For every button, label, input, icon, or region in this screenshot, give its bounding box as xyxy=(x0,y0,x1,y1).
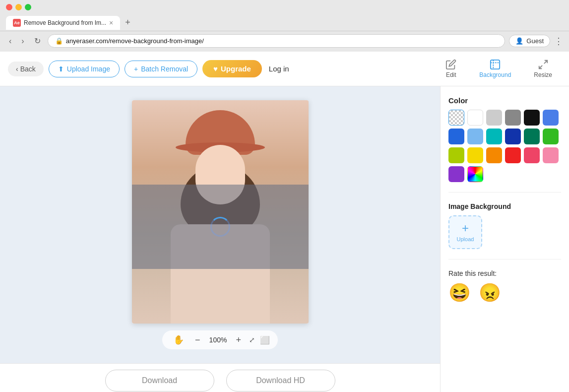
tab-close-icon[interactable]: × xyxy=(109,19,113,27)
upload-icon: ⬆ xyxy=(58,65,64,73)
download-hd-button[interactable]: Download HD xyxy=(226,370,335,392)
back-label: Back xyxy=(20,65,36,73)
download-bar: Download Preview image: 290 x 362 px ⓘ D… xyxy=(0,363,440,392)
divider-2 xyxy=(448,259,561,260)
rate-happy-button[interactable]: 😆 xyxy=(448,282,471,303)
color-swatch-teal[interactable] xyxy=(486,129,502,144)
address-bar[interactable]: 🔒 anyeraser.com/remove-background-from-i… xyxy=(48,34,506,48)
guest-button[interactable]: 👤 Guest xyxy=(509,35,550,47)
color-swatch-hotpink[interactable] xyxy=(543,147,559,163)
loading-spinner xyxy=(210,217,230,237)
login-button[interactable]: Log in xyxy=(269,65,289,73)
download-button[interactable]: Download xyxy=(105,370,214,392)
zoom-controls: ✋ − 100% + ⤢ ⬜ xyxy=(162,330,278,349)
color-swatch-pink[interactable] xyxy=(524,147,540,163)
image-container xyxy=(132,100,309,324)
edit-icon xyxy=(445,59,456,70)
upload-bg-label: Upload xyxy=(457,236,474,242)
rate-emojis: 😆 😠 xyxy=(448,282,561,303)
close-button[interactable] xyxy=(6,4,12,10)
edit-tool[interactable]: Edit xyxy=(437,55,465,82)
color-swatch-gradient[interactable] xyxy=(467,166,483,182)
svg-rect-0 xyxy=(491,60,500,69)
upgrade-label: Upgrade xyxy=(221,65,251,73)
browser-chrome: Ae Remove Background from Im... × + ‹ › … xyxy=(0,0,569,52)
color-swatch-darkblue[interactable] xyxy=(505,129,521,144)
upload-label: Upload Image xyxy=(67,65,110,73)
background-tool[interactable]: Background xyxy=(470,55,520,82)
edit-label: Edit xyxy=(446,71,456,78)
back-nav-button[interactable]: ‹ xyxy=(6,36,14,47)
new-tab-button[interactable]: + xyxy=(120,14,135,31)
forward-nav-button[interactable]: › xyxy=(18,36,27,47)
upload-image-button[interactable]: ⬆ Upload Image xyxy=(49,61,120,77)
canvas-column: ✋ − 100% + ⤢ ⬜ Download Preview image: 2… xyxy=(0,86,440,392)
color-swatch-red[interactable] xyxy=(505,147,521,163)
color-swatch-royalblue[interactable] xyxy=(543,110,559,126)
color-swatch-purple[interactable] xyxy=(448,166,464,182)
batch-plus-icon: + xyxy=(134,65,138,73)
zoom-hand-button[interactable]: ✋ xyxy=(170,333,187,346)
right-panel: Color xyxy=(440,86,569,392)
more-options-button[interactable]: ⋮ xyxy=(554,36,563,47)
color-swatch-lightblue[interactable] xyxy=(467,129,483,144)
traffic-buttons xyxy=(6,4,563,10)
toolbar: ‹ Back ⬆ Upload Image + Batch Removal ♥ … xyxy=(0,52,569,86)
zoom-in-button[interactable]: + xyxy=(233,334,245,346)
guest-label: Guest xyxy=(526,37,544,45)
color-swatch-lime[interactable] xyxy=(448,147,464,163)
resize-icon xyxy=(538,59,549,70)
zoom-out-button[interactable]: − xyxy=(192,334,203,346)
color-grid xyxy=(448,110,561,182)
back-arrow-icon: ‹ xyxy=(16,65,18,73)
divider-1 xyxy=(448,192,561,193)
app-container: ‹ Back ⬆ Upload Image + Batch Removal ♥ … xyxy=(0,52,569,392)
color-section: Color xyxy=(448,96,561,182)
background-label: Background xyxy=(479,71,511,78)
upgrade-button[interactable]: ♥ Upgrade xyxy=(202,60,262,77)
maximize-button[interactable] xyxy=(25,4,31,10)
site-lock-icon: 🔒 xyxy=(55,37,63,45)
processing-overlay xyxy=(132,185,309,269)
guest-icon: 👤 xyxy=(515,37,523,45)
color-swatch-black[interactable] xyxy=(524,110,540,126)
upload-background-button[interactable]: + Upload xyxy=(448,215,482,249)
color-title: Color xyxy=(448,96,561,105)
resize-tool[interactable]: Resize xyxy=(525,55,561,82)
rate-title: Rate this result: xyxy=(448,269,561,277)
back-button[interactable]: ‹ Back xyxy=(8,62,44,76)
image-bg-title: Image Background xyxy=(448,202,561,210)
zoom-split-button[interactable]: ⬜ xyxy=(260,335,270,345)
color-swatch-lightgray[interactable] xyxy=(486,110,502,126)
minimize-button[interactable] xyxy=(15,4,22,10)
zoom-value: 100% xyxy=(208,336,228,344)
main-content: ✋ − 100% + ⤢ ⬜ Download Preview image: 2… xyxy=(0,86,569,392)
color-swatch-gray[interactable] xyxy=(505,110,521,126)
color-swatch-white[interactable] xyxy=(467,110,483,126)
resize-label: Resize xyxy=(534,71,552,78)
tab-bar: Ae Remove Background from Im... × + xyxy=(6,14,563,31)
heart-icon: ♥ xyxy=(213,65,218,73)
color-swatch-blue[interactable] xyxy=(448,129,464,144)
tab-favicon: Ae xyxy=(13,19,21,27)
download-section: Download Preview image: 290 x 362 px ⓘ xyxy=(105,370,214,392)
rate-section: Rate this result: 😆 😠 xyxy=(448,269,561,303)
batch-removal-button[interactable]: + Batch Removal xyxy=(125,61,197,77)
background-icon xyxy=(490,59,501,70)
tab-title: Remove Background from Im... xyxy=(24,19,106,26)
batch-label: Batch Removal xyxy=(141,65,188,73)
rate-angry-button[interactable]: 😠 xyxy=(479,282,501,303)
color-swatch-orange[interactable] xyxy=(486,147,502,163)
color-swatch-transparent[interactable] xyxy=(448,110,464,126)
zoom-expand-button[interactable]: ⤢ xyxy=(249,336,255,344)
canvas-area: ✋ − 100% + ⤢ ⬜ xyxy=(0,86,440,363)
refresh-button[interactable]: ↻ xyxy=(31,35,44,47)
color-swatch-yellow[interactable] xyxy=(467,147,483,163)
color-swatch-green[interactable] xyxy=(543,129,559,144)
upload-bg-plus-icon: + xyxy=(462,222,469,234)
image-background-section: Image Background + Upload xyxy=(448,202,561,249)
download-hd-section: Download HD Full image: 362 x 453 px ⓘ xyxy=(226,370,335,392)
address-bar-row: ‹ › ↻ 🔒 anyeraser.com/remove-background-… xyxy=(0,31,569,52)
color-swatch-darkgreen[interactable] xyxy=(524,129,540,144)
active-tab[interactable]: Ae Remove Background from Im... × xyxy=(6,16,120,30)
